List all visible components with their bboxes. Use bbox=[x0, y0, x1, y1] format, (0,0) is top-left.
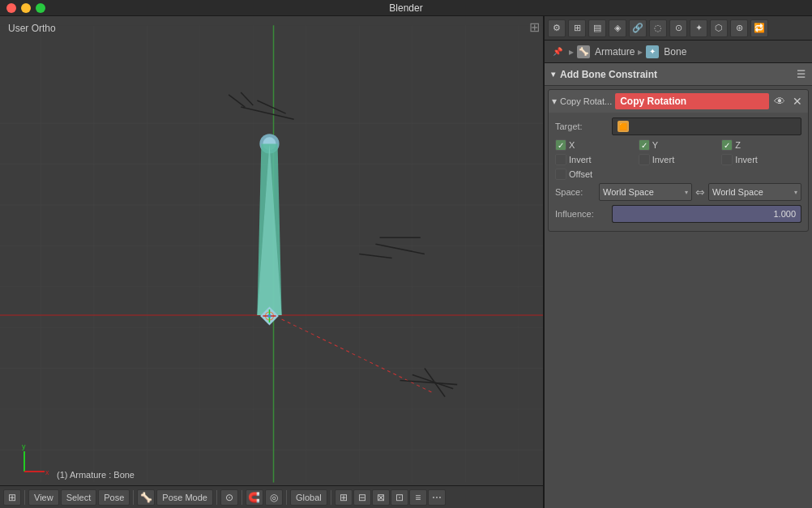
viewport-corner-icon[interactable]: ⊞ bbox=[529, 19, 540, 35]
y-checkbox-item: Y bbox=[639, 139, 719, 151]
xyz-checkbox-group: X Y Z bbox=[555, 139, 801, 151]
separator4 bbox=[241, 490, 242, 505]
space-to-select[interactable]: World Space ▾ bbox=[708, 183, 801, 201]
offset-checkbox-group: Offset bbox=[555, 169, 801, 180]
rp-icon-5[interactable]: 🔗 bbox=[629, 19, 647, 37]
breadcrumb-bone[interactable]: Bone bbox=[664, 46, 686, 58]
svg-text:x: x bbox=[45, 468, 49, 476]
x-checkbox-item: X bbox=[555, 139, 635, 151]
invert-z-label: Invert bbox=[735, 155, 758, 164]
invert-x-item: Invert bbox=[555, 154, 635, 165]
maximize-button[interactable] bbox=[36, 3, 45, 13]
axes-indicator: x y bbox=[16, 439, 57, 480]
separator6 bbox=[331, 490, 331, 505]
invert-x-checkbox[interactable] bbox=[555, 154, 566, 165]
separator bbox=[24, 490, 25, 505]
x-label: X bbox=[569, 140, 575, 150]
rp-icon-3[interactable]: ▤ bbox=[588, 19, 606, 37]
x-checkbox[interactable] bbox=[555, 139, 566, 151]
constraint-name-input[interactable] bbox=[615, 93, 769, 109]
target-label: Target: bbox=[555, 122, 612, 131]
section-menu-icon[interactable]: ☰ bbox=[797, 69, 806, 80]
rp-toolbar: ⚙ ⊞ ▤ ◈ 🔗 ◌ ⊙ ✦ ⬡ ⊛ 🔁 bbox=[545, 16, 812, 41]
target-obj-icon: 🟧 bbox=[618, 121, 629, 132]
influence-slider[interactable]: 1.000 bbox=[612, 205, 801, 223]
grid-icon-6[interactable]: ⋯ bbox=[428, 489, 446, 506]
properties-panel: ▾ Add Bone Constraint ☰ ▾ Copy Rotat... … bbox=[545, 63, 812, 508]
rp-icon-9[interactable]: ⬡ bbox=[710, 19, 728, 37]
rp-icon-1[interactable]: ⚙ bbox=[548, 19, 566, 37]
pivot-icon[interactable]: ⊙ bbox=[220, 489, 238, 506]
pose-mode-icon: 🦴 bbox=[137, 489, 155, 506]
rp-icon-2[interactable]: ⊞ bbox=[568, 19, 586, 37]
rp-icon-6[interactable]: ◌ bbox=[649, 19, 667, 37]
space-from-value: World Space bbox=[603, 187, 654, 197]
svg-text:y: y bbox=[22, 442, 26, 450]
titlebar: Blender bbox=[0, 0, 812, 16]
viewport-label: User Ortho bbox=[8, 23, 56, 34]
grid-icons: ⊞ ⊟ ⊠ ⊡ ≡ ⋯ bbox=[335, 489, 446, 506]
grid-icon-3[interactable]: ⊠ bbox=[372, 489, 390, 506]
constraint-name-abbr: Copy Rotat... bbox=[560, 96, 612, 106]
z-checkbox[interactable] bbox=[721, 139, 733, 151]
add-constraint-label: Add Bone Constraint bbox=[560, 69, 657, 80]
global-select[interactable]: Global bbox=[290, 489, 327, 506]
grid-icon-1[interactable]: ⊞ bbox=[335, 489, 353, 506]
y-checkbox[interactable] bbox=[639, 139, 650, 151]
invert-y-label: Invert bbox=[652, 155, 675, 164]
armature-icon: 🦴 bbox=[577, 45, 590, 58]
space-to-arrow: ▾ bbox=[794, 189, 797, 196]
rp-icon-10[interactable]: ⊛ bbox=[730, 19, 748, 37]
add-constraint-header[interactable]: ▾ Add Bone Constraint ☰ bbox=[545, 63, 812, 86]
proportional-icon[interactable]: ◎ bbox=[265, 489, 283, 506]
constraint-close-button[interactable]: ✕ bbox=[790, 94, 805, 109]
close-button[interactable] bbox=[6, 3, 16, 13]
offset-checkbox[interactable] bbox=[555, 169, 566, 180]
constraint-body: Target: 🟧 X Y bbox=[549, 113, 808, 231]
influence-value: 1.000 bbox=[773, 209, 796, 219]
app-title: Blender bbox=[389, 2, 422, 14]
space-from-select[interactable]: World Space ▾ bbox=[599, 183, 692, 201]
breadcrumb: 📌 ▸ 🦴 Armature ▸ ✦ Bone bbox=[545, 41, 812, 63]
constraint-collapse-icon[interactable]: ▾ bbox=[552, 96, 557, 107]
target-value[interactable]: 🟧 bbox=[612, 117, 801, 135]
constraint-eye-button[interactable]: 👁 bbox=[772, 94, 787, 109]
select-menu-btn[interactable]: Select bbox=[61, 489, 97, 506]
rp-icon-8[interactable]: ✦ bbox=[690, 19, 707, 37]
viewport-3d[interactable]: User Ortho ⊞ x y (1) Armature : Bone ⊞ V… bbox=[0, 16, 545, 508]
y-label: Y bbox=[652, 140, 658, 150]
rp-icon-7[interactable]: ⊙ bbox=[669, 19, 687, 37]
grid-icon-2[interactable]: ⊟ bbox=[353, 489, 371, 506]
copy-rotation-constraint: ▾ Copy Rotat... 👁 ✕ Target: 🟧 bbox=[548, 89, 809, 232]
grid-icon-4[interactable]: ⊡ bbox=[391, 489, 408, 506]
pose-menu-btn[interactable]: Pose bbox=[98, 489, 130, 506]
snap-icon[interactable]: 🧲 bbox=[246, 489, 263, 506]
minimize-button[interactable] bbox=[21, 3, 31, 13]
mode-select[interactable]: Pose Mode bbox=[156, 489, 213, 506]
separator5 bbox=[286, 490, 287, 505]
offset-item: Offset bbox=[555, 169, 801, 180]
space-label: Space: bbox=[555, 187, 596, 197]
z-label: Z bbox=[735, 140, 741, 150]
rp-icon-4[interactable]: ◈ bbox=[609, 19, 626, 37]
invert-x-label: Invert bbox=[569, 155, 592, 164]
window-controls bbox=[6, 3, 45, 13]
offset-label: Offset bbox=[569, 169, 592, 179]
main-layout: User Ortho ⊞ x y (1) Armature : Bone ⊞ V… bbox=[0, 16, 812, 508]
viewport-canvas bbox=[0, 16, 543, 508]
influence-row: Influence: 1.000 bbox=[555, 205, 801, 223]
invert-y-checkbox[interactable] bbox=[639, 154, 650, 165]
breadcrumb-sep1: ▸ bbox=[569, 46, 574, 58]
invert-checkbox-group: Invert Invert Invert bbox=[555, 154, 801, 165]
space-connector-icon: ⇔ bbox=[695, 186, 705, 199]
influence-fill bbox=[613, 206, 801, 222]
viewport-icon-btn[interactable]: ⊞ bbox=[3, 489, 21, 506]
influence-label: Influence: bbox=[555, 209, 612, 219]
right-panel: ⚙ ⊞ ▤ ◈ 🔗 ◌ ⊙ ✦ ⬡ ⊛ 🔁 📌 ▸ 🦴 Armature ▸ ✦… bbox=[545, 16, 812, 508]
grid-icon-5[interactable]: ≡ bbox=[409, 489, 427, 506]
rp-icon-11[interactable]: 🔁 bbox=[750, 19, 768, 37]
bone-icon: ✦ bbox=[646, 45, 659, 58]
view-menu-btn[interactable]: View bbox=[28, 489, 59, 506]
breadcrumb-armature[interactable]: Armature bbox=[595, 46, 635, 58]
invert-z-checkbox[interactable] bbox=[721, 154, 733, 165]
